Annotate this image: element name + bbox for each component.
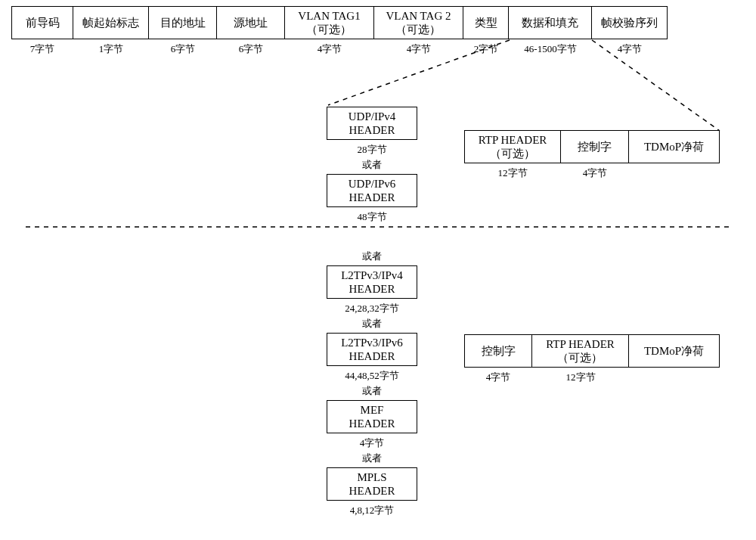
header-options-group-1: UDP/IPv4HEADER28字节或者UDP/IPv6HEADER48字节 bbox=[327, 104, 417, 224]
field-cell: MEFHEADER bbox=[327, 400, 417, 433]
or-label: 或者 bbox=[362, 250, 382, 263]
or-label: 或者 bbox=[362, 158, 382, 172]
field-size-label: 12字节 bbox=[566, 371, 596, 384]
field-cell: L2TPv3/IPv4HEADER bbox=[327, 265, 417, 299]
field-cell: L2TPv3/IPv6HEADER bbox=[327, 333, 417, 366]
field-size-label: 6字节 bbox=[239, 42, 264, 56]
field-cell: 控制字 bbox=[464, 334, 532, 368]
ethernet-frame-row: 前导码7字节帧起始标志1字节目的地址6字节源地址6字节VLAN TAG1（可选）… bbox=[11, 6, 668, 56]
or-label: 或者 bbox=[362, 317, 382, 331]
payload-field: 控制字4字节 bbox=[464, 334, 532, 384]
frame-field: VLAN TAG1（可选）4字节 bbox=[285, 6, 374, 56]
field-cell: MPLSHEADER bbox=[327, 467, 417, 501]
payload-field: TDMoP净荷 bbox=[629, 130, 720, 180]
field-size-label: 44,48,52字节 bbox=[345, 369, 399, 383]
field-cell: TDMoP净荷 bbox=[629, 130, 720, 163]
frame-field: 类型2字节 bbox=[463, 6, 509, 56]
field-cell: 帧校验序列 bbox=[592, 6, 668, 39]
field-cell: 帧起始标志 bbox=[73, 6, 149, 39]
field-cell: UDP/IPv4HEADER bbox=[327, 107, 417, 140]
field-size-label: 1字节 bbox=[99, 42, 124, 56]
field-size-label: 4字节 bbox=[318, 42, 342, 56]
payload-row-2: 控制字4字节RTP HEADER（可选）12字节TDMoP净荷 bbox=[464, 334, 720, 384]
field-size-label: 4字节 bbox=[583, 166, 608, 180]
field-size-label: 48字节 bbox=[358, 210, 387, 224]
payload-row-1: RTP HEADER（可选）12字节控制字4字节TDMoP净荷 bbox=[464, 130, 720, 180]
field-cell: UDP/IPv6HEADER bbox=[327, 174, 417, 207]
field-cell: 目的地址 bbox=[149, 6, 217, 39]
field-cell: RTP HEADER（可选） bbox=[532, 334, 629, 368]
field-cell: 控制字 bbox=[561, 130, 629, 163]
field-cell: 源地址 bbox=[217, 6, 285, 39]
field-size-label: 28字节 bbox=[358, 143, 387, 157]
field-cell: VLAN TAG1（可选） bbox=[285, 6, 374, 39]
payload-field: 控制字4字节 bbox=[561, 130, 629, 180]
field-size-label: 4,8,12字节 bbox=[350, 504, 395, 517]
field-cell: VLAN TAG 2（可选） bbox=[374, 6, 463, 39]
or-label: 或者 bbox=[362, 452, 382, 465]
payload-field: TDMoP净荷 bbox=[629, 334, 720, 384]
frame-field: 目的地址6字节 bbox=[149, 6, 217, 56]
frame-field: 源地址6字节 bbox=[217, 6, 285, 56]
frame-field: 帧起始标志1字节 bbox=[73, 6, 149, 56]
frame-field: 前导码7字节 bbox=[11, 6, 73, 56]
field-cell: 前导码 bbox=[11, 6, 73, 39]
field-cell: RTP HEADER（可选） bbox=[464, 130, 561, 163]
field-size-label: 4字节 bbox=[618, 42, 643, 56]
field-size-label: 2字节 bbox=[474, 42, 499, 56]
header-options-group-2: 或者L2TPv3/IPv4HEADER24,28,32字节或者L2TPv3/IP… bbox=[327, 248, 417, 517]
frame-field: 帧校验序列4字节 bbox=[592, 6, 668, 56]
field-cell: 数据和填充 bbox=[509, 6, 592, 39]
field-size-label: 7字节 bbox=[30, 42, 55, 56]
field-size-label: 46-1500字节 bbox=[524, 42, 576, 56]
field-cell: 类型 bbox=[463, 6, 509, 39]
frame-field: 数据和填充46-1500字节 bbox=[509, 6, 592, 56]
or-label: 或者 bbox=[362, 384, 382, 398]
field-size-label: 12字节 bbox=[498, 166, 528, 180]
field-size-label: 4字节 bbox=[486, 371, 511, 384]
field-size-label: 4字节 bbox=[407, 42, 432, 56]
field-size-label: 6字节 bbox=[171, 42, 196, 56]
field-size-label: 24,28,32字节 bbox=[345, 302, 399, 315]
frame-field: VLAN TAG 2（可选）4字节 bbox=[374, 6, 463, 56]
payload-field: RTP HEADER（可选）12字节 bbox=[532, 334, 629, 384]
payload-field: RTP HEADER（可选）12字节 bbox=[464, 130, 561, 180]
field-cell: TDMoP净荷 bbox=[629, 334, 720, 368]
field-size-label: 4字节 bbox=[360, 436, 385, 450]
